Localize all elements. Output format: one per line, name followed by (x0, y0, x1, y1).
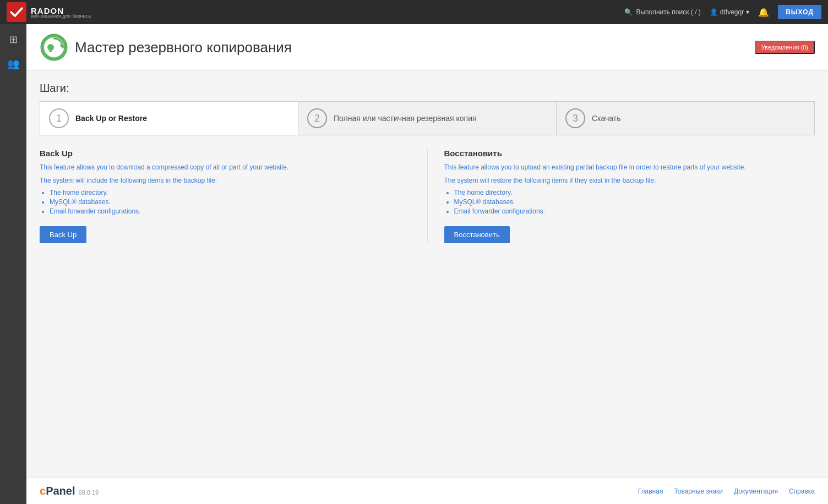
content-area: Шаги: 1 Back Up or Restore 2 Полная или … (26, 71, 828, 286)
grid-icon: ⊞ (9, 34, 18, 46)
radon-logo-icon (7, 2, 26, 22)
restore-item-1: The home directory. (454, 189, 815, 196)
search-icon: 🔍 (624, 8, 633, 16)
svg-rect-0 (7, 2, 26, 22)
step-2[interactable]: 2 Полная или частичная резервная копия (298, 102, 557, 135)
step-3-number: 3 (565, 108, 585, 128)
restore-title: Восстановить (444, 149, 815, 158)
backup-desc2: The system will include the following it… (40, 176, 411, 185)
users-icon: 👥 (7, 58, 19, 70)
backup-item-3: Email forwarder configurations. (50, 207, 411, 215)
footer-links: Главная Товарные знаки Документация Спра… (638, 487, 815, 495)
footer-link-home[interactable]: Главная (638, 487, 663, 495)
step-3[interactable]: 3 Скачать (557, 102, 814, 135)
brand-subtitle: веб-решения для бизнеса (31, 13, 91, 19)
backup-title: Back Up (40, 149, 411, 158)
steps-heading: Шаги: (40, 82, 815, 95)
restore-column: Восстановить This feature allows you to … (427, 149, 815, 243)
footer: cPanel 68.0.19 Главная Товарные знаки До… (26, 478, 828, 504)
brand-text-block: RADON веб-решения для бизнеса (31, 6, 91, 19)
step-2-label: Полная или частичная резервная копия (334, 114, 477, 123)
backup-column: Back Up This feature allows you to downl… (40, 149, 427, 243)
step-1-number: 1 (49, 108, 69, 128)
sidebar: ⊞ 👥 (0, 24, 26, 504)
step-1-label: Back Up or Restore (75, 114, 147, 123)
backup-item-2: MySQL® databases. (50, 198, 411, 206)
user-menu[interactable]: 👤 dtfvegqr ▾ (710, 8, 749, 16)
content-spacer (26, 286, 828, 478)
svg-rect-4 (49, 51, 52, 52)
backup-items-list: The home directory. MySQL® databases. Em… (50, 189, 411, 215)
restore-desc2: The system will restore the following it… (444, 176, 815, 185)
restore-item-3: Email forwarder configurations. (454, 207, 815, 215)
navbar-right: 🔍 Выполнить поиск ( / ) 👤 dtfvegqr ▾ 🔔 В… (624, 5, 821, 19)
search-button[interactable]: 🔍 Выполнить поиск ( / ) (624, 8, 700, 16)
restore-item-2: MySQL® databases. (454, 198, 815, 206)
page-title-area: Мастер резервного копирования (40, 33, 292, 62)
sidebar-item-grid[interactable]: ⊞ (2, 29, 24, 51)
footer-link-docs[interactable]: Документация (734, 487, 778, 495)
svg-point-3 (47, 44, 54, 51)
step-1[interactable]: 1 Back Up or Restore (40, 102, 298, 135)
navbar: RADON веб-решения для бизнеса 🔍 Выполнит… (0, 0, 828, 24)
layout: ⊞ 👥 Мастер резервного копирования Ув (0, 24, 828, 504)
footer-link-trademarks[interactable]: Товарные знаки (674, 487, 723, 495)
username-label: dtfvegqr (720, 8, 744, 16)
main-content: Мастер резервного копирования Уведомлени… (26, 24, 828, 504)
restore-items-list: The home directory. MySQL® databases. Em… (454, 189, 815, 215)
brand: RADON веб-решения для бизнеса (7, 2, 91, 22)
backup-desc1: This feature allows you to download a co… (40, 162, 411, 172)
bell-icon[interactable]: 🔔 (758, 7, 769, 18)
restore-desc1: This feature allows you to upload an exi… (444, 162, 815, 172)
restore-button[interactable]: Восстановить (444, 226, 510, 243)
page-icon (40, 33, 68, 62)
step-2-number: 2 (307, 108, 327, 128)
chevron-down-icon: ▾ (746, 8, 749, 16)
cpanel-brand: cPanel (40, 485, 75, 497)
sidebar-item-users[interactable]: 👥 (2, 53, 24, 75)
footer-link-help[interactable]: Справка (789, 487, 815, 495)
cpanel-version: 68.0.19 (78, 489, 99, 496)
notifications-button[interactable]: Уведомления (0) (755, 41, 815, 54)
user-icon: 👤 (710, 8, 718, 16)
page-header: Мастер резервного копирования Уведомлени… (26, 24, 828, 71)
steps-bar: 1 Back Up or Restore 2 Полная или частич… (40, 101, 815, 135)
search-label: Выполнить поиск ( / ) (636, 8, 700, 16)
backup-item-1: The home directory. (50, 189, 411, 196)
cpanel-logo: cPanel 68.0.19 (40, 485, 99, 497)
backup-button[interactable]: Back Up (40, 226, 86, 243)
page-title: Мастер резервного копирования (75, 39, 292, 56)
two-col-section: Back Up This feature allows you to downl… (40, 149, 815, 243)
exit-button[interactable]: ВЫХОД (778, 5, 821, 19)
step-3-label: Скачать (592, 114, 621, 123)
